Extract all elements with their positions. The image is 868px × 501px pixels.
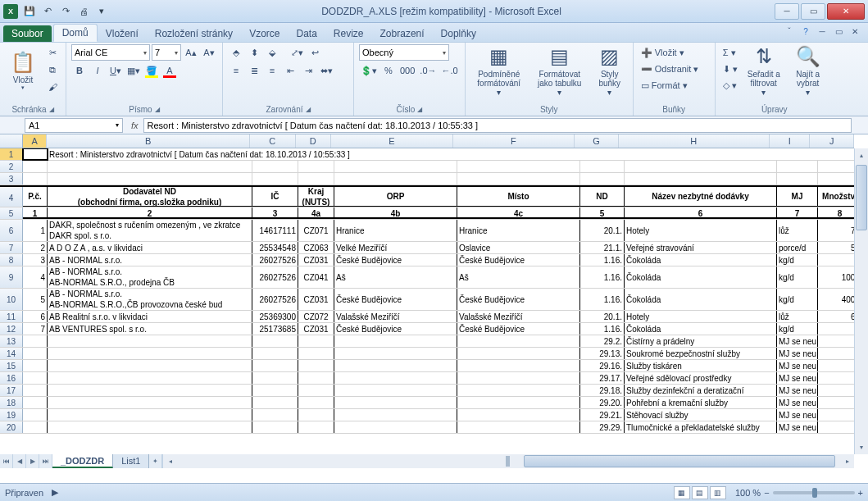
qat-more-icon[interactable]: ▾ [93,3,110,20]
tab-review[interactable]: Revize [325,25,372,42]
col-header-H[interactable]: H [619,134,770,148]
align-left-button[interactable]: ≡ [228,62,244,79]
tab-first-icon[interactable]: ⏮ [0,454,13,468]
tab-prev-icon[interactable]: ◀ [13,454,26,468]
vertical-scrollbar[interactable]: ▴ ▾ [854,148,868,454]
zoom-out-button[interactable]: − [764,488,769,498]
merge-button[interactable]: ⬌▾ [318,62,334,79]
sheet-tab-active[interactable]: _DODZDR [52,454,113,468]
align-top-button[interactable]: ⬘ [228,44,244,61]
col-header-A[interactable]: A [23,134,48,148]
cell-styles-button[interactable]: ▨Styly buňky▾ [592,44,628,98]
scroll-up-icon[interactable]: ▴ [855,148,868,162]
grow-font-button[interactable]: A▴ [183,44,199,61]
row-header[interactable]: 10 [0,289,23,310]
col-header-B[interactable]: B [47,134,250,148]
scroll-down-icon[interactable]: ▾ [855,440,868,454]
page-break-view-button[interactable]: ▥ [710,486,726,499]
horizontal-scrollbar[interactable]: ◂ ▸ [162,454,854,468]
undo-icon[interactable]: ↶ [39,3,56,20]
copy-button[interactable]: ⧉ [44,61,61,78]
name-box[interactable]: A1▾ [25,118,123,133]
paste-button[interactable]: 📋Vložit▾ [5,44,41,98]
fill-button[interactable]: ⬇▾ [720,61,740,77]
col-header-I[interactable]: I [770,134,811,148]
tab-formulas[interactable]: Vzorce [241,25,288,42]
help-icon[interactable]: ? [799,25,812,37]
clear-button[interactable]: ◇▾ [720,77,740,93]
row-header[interactable]: 5 [0,207,23,219]
cut-button[interactable]: ✂ [44,44,61,61]
font-color-button[interactable]: A [161,62,178,79]
col-header-D[interactable]: D [296,134,332,148]
autosum-button[interactable]: Σ▾ [720,44,740,61]
row-header[interactable]: 18 [0,397,23,408]
tab-insert[interactable]: Vložení [98,25,147,42]
find-select-button[interactable]: 🔍Najít a vybrat▾ [788,44,829,98]
row-header[interactable]: 12 [0,323,23,335]
row-header[interactable]: 4 [0,187,23,207]
col-header-J[interactable]: J [810,134,853,148]
row-header[interactable]: 8 [0,254,23,266]
row-header[interactable]: 6 [0,220,23,241]
sort-filter-button[interactable]: ⇅Seřadit a filtrovat▾ [743,44,784,98]
col-header-F[interactable]: F [453,134,575,148]
decrease-decimal-button[interactable]: ←.0 [440,62,460,79]
macro-record-icon[interactable]: ▶ [52,487,58,498]
row-header[interactable]: 16 [0,372,23,384]
align-right-button[interactable]: ≡ [264,62,280,79]
conditional-format-button[interactable]: ▦Podmíněné formátování▾ [470,44,528,98]
close-button[interactable]: ✕ [827,3,865,20]
italic-button[interactable]: I [89,62,106,79]
align-center-button[interactable]: ≣ [246,62,262,79]
normal-view-button[interactable]: ▦ [674,486,690,499]
tab-view[interactable]: Zobrazení [372,25,433,42]
delete-cells-button[interactable]: ➖Odstranit▾ [639,61,702,77]
comma-button[interactable]: 000 [398,62,416,79]
page-layout-view-button[interactable]: ▤ [692,486,708,499]
scroll-left-icon[interactable]: ◂ [163,454,177,468]
decrease-indent-button[interactable]: ⇤ [282,62,298,79]
redo-icon[interactable]: ↷ [57,3,74,20]
shrink-font-button[interactable]: A▾ [201,44,217,61]
zoom-in-button[interactable]: + [858,488,863,498]
align-middle-button[interactable]: ⬍ [246,44,262,61]
row-header[interactable]: 1 [0,148,23,160]
vscroll-thumb[interactable] [856,165,867,230]
row-header[interactable]: 13 [0,335,23,347]
sheet-tab-other[interactable]: List1 [113,454,149,468]
align-bottom-button[interactable]: ⬙ [264,44,280,61]
hscroll-split[interactable] [506,456,510,467]
row-header[interactable]: 9 [0,266,23,288]
border-button[interactable]: ▦▾ [125,62,142,79]
tab-next-icon[interactable]: ▶ [26,454,39,468]
row-header[interactable]: 20 [0,421,23,433]
fx-icon[interactable]: fx [126,121,143,130]
alignment-launcher-icon[interactable]: ◢ [306,106,311,113]
orientation-button[interactable]: ⤢▾ [289,44,305,61]
accounting-button[interactable]: 💲▾ [359,62,379,79]
font-family-combo[interactable]: Arial CE▾ [71,44,150,61]
format-cells-button[interactable]: ▭Formát▾ [639,77,702,93]
workbook-minimize-icon[interactable]: ─ [816,25,829,37]
row-header[interactable]: 3 [0,173,23,184]
row-header[interactable]: 17 [0,385,23,396]
ribbon-minimize-icon[interactable]: ˇ [783,25,796,37]
format-table-button[interactable]: ▤Formátovat jako tabulku▾ [531,44,589,98]
font-launcher-icon[interactable]: ◢ [155,106,160,113]
format-painter-button[interactable]: 🖌 [44,79,61,95]
clipboard-launcher-icon[interactable]: ◢ [49,106,54,113]
minimize-button[interactable]: ─ [775,3,799,20]
hscroll-thumb[interactable] [524,455,835,467]
fill-color-button[interactable]: 🪣 [143,62,160,79]
col-header-G[interactable]: G [575,134,618,148]
bold-button[interactable]: B [71,62,88,79]
file-tab[interactable]: Soubor [3,25,52,42]
tab-pagelayout[interactable]: Rozložení stránky [147,25,241,42]
select-all-corner[interactable] [0,134,23,148]
zoom-level[interactable]: 100 % [735,488,761,498]
tab-addins[interactable]: Doplňky [433,25,484,42]
grid-rows[interactable]: 1Resort : Ministerstvo zdravotnictví [ D… [0,148,854,454]
row-header[interactable]: 7 [0,242,23,253]
wrap-text-button[interactable]: ↩ [307,44,323,61]
